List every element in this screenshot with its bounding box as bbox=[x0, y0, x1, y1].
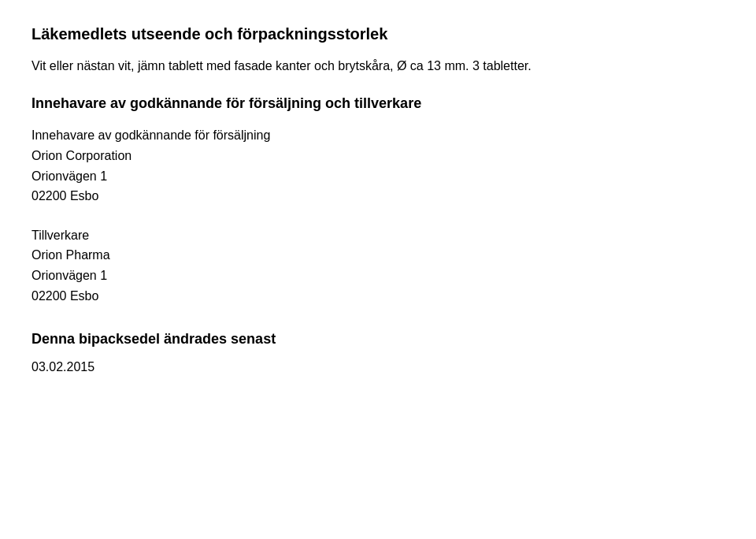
authorization-postal: 02200 Esbo bbox=[32, 186, 724, 206]
section-title: Läkemedlets utseende och förpackningssto… bbox=[32, 24, 724, 44]
manufacturer-subsection-label: Tillverkare bbox=[32, 225, 724, 246]
authorization-company-name: Orion Corporation bbox=[32, 146, 724, 166]
manufacturer-block: Tillverkare Orion Pharma Orionvägen 1 02… bbox=[32, 225, 724, 306]
authorization-street: Orionvägen 1 bbox=[32, 166, 724, 187]
authorization-section-title: Innehavare av godkännande för försäljnin… bbox=[32, 95, 724, 113]
authorization-block: Innehavare av godkännande för försäljnin… bbox=[32, 125, 724, 206]
authorization-subsection-label: Innehavare av godkännande för försäljnin… bbox=[32, 125, 724, 146]
footer-label: Denna bipacksedel ändrades senast bbox=[32, 331, 724, 348]
manufacturer-street: Orionvägen 1 bbox=[32, 266, 724, 286]
footer-date: 03.02.2015 bbox=[32, 360, 724, 374]
manufacturer-company-name: Orion Pharma bbox=[32, 245, 724, 266]
manufacturer-postal: 02200 Esbo bbox=[32, 286, 724, 307]
description-text: Vit eller nästan vit, jämn tablett med f… bbox=[32, 57, 724, 76]
